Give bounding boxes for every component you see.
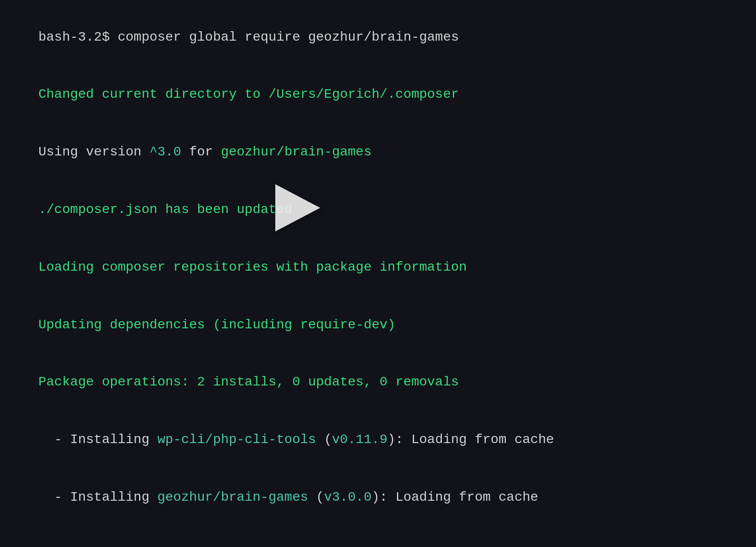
wp-install-msg: ): Loading from cache [388, 432, 554, 447]
terminal-line-2: Changed current directory to /Users/Egor… [7, 66, 749, 124]
wp-cli-name: wp-cli/php-cli-tools [157, 432, 316, 447]
composer-json-updated: ./composer.json has been updated [38, 202, 292, 217]
terminal-line-6: Updating dependencies (including require… [7, 296, 749, 354]
geo-version: v3.0.0 [324, 490, 372, 504]
terminal-line-1: bash-3.2$ composer global require geozhu… [7, 9, 749, 66]
play-button[interactable] [272, 184, 323, 231]
wp-open-paren: ( [316, 432, 332, 447]
version-number: ^3.0 [149, 145, 181, 159]
terminal-line-5: Loading composer repositories with packa… [7, 239, 749, 296]
geo-open-paren: ( [308, 490, 324, 504]
play-triangle-icon [275, 184, 320, 231]
using-version-label: Using version [38, 145, 149, 159]
pkg-ops-text: Package operations: 2 installs, 0 update… [38, 375, 459, 389]
terminal-line-7: Package operations: 2 installs, 0 update… [7, 354, 749, 411]
for-label: for [181, 145, 221, 159]
geo-name: geozhur/brain-games [157, 490, 308, 504]
terminal-line-10: Writing lock file [7, 526, 749, 547]
loading-repos-text: Loading composer repositories with packa… [38, 260, 467, 274]
install-wp-label: - Installing [38, 432, 157, 447]
terminal-line-8: - Installing wp-cli/php-cli-tools (v0.11… [7, 411, 749, 469]
changed-dir-text: Changed current directory to /Users/Egor… [38, 87, 459, 102]
install-geo-label: - Installing [38, 490, 157, 504]
terminal-line-3: Using version ^3.0 for geozhur/brain-gam… [7, 124, 749, 181]
terminal-line-9: - Installing geozhur/brain-games (v3.0.0… [7, 469, 749, 526]
terminal-window: bash-3.2$ composer global require geozhu… [0, 0, 756, 547]
wp-version: v0.11.9 [332, 432, 388, 447]
package-name: geozhur/brain-games [221, 145, 372, 159]
geo-install-msg: ): Loading from cache [372, 490, 538, 504]
terminal-line-4: ./composer.json has been updated [7, 181, 749, 239]
cmd-text: bash-3.2$ composer global require geozhu… [38, 30, 459, 44]
updating-deps-text: Updating dependencies (including require… [38, 317, 395, 332]
